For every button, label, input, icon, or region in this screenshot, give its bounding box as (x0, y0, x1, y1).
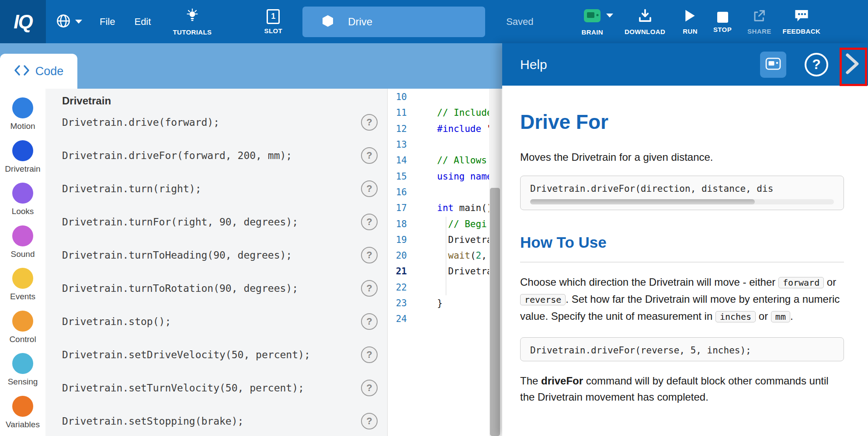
command-row[interactable]: Drivetrain.turn(right);? (45, 172, 387, 205)
command-text[interactable]: Drivetrain.setDriveVelocity(50, percent)… (62, 349, 310, 360)
code-line[interactable]: 16 (388, 184, 502, 200)
command-text[interactable]: Drivetrain.turnFor(right, 90, degrees); (62, 216, 298, 228)
command-help-button[interactable]: ? (361, 313, 378, 330)
sidebar-item-control[interactable]: Control (0, 311, 45, 353)
command-row[interactable]: Drivetrain.setTurnVelocity(50, percent);… (45, 371, 387, 405)
code-line[interactable]: 13 (388, 137, 502, 152)
command-row[interactable]: Drivetrain.stop();? (45, 305, 387, 338)
divider (520, 262, 844, 263)
download-button[interactable]: DOWNLOAD (625, 8, 665, 35)
command-text[interactable]: Drivetrain.turn(right); (62, 183, 201, 194)
command-text[interactable]: Drivetrain.setTurnVelocity(50, percent); (62, 382, 304, 394)
collapse-help-button[interactable] (842, 52, 863, 78)
command-text[interactable]: Drivetrain.stop(); (62, 316, 171, 327)
slot-number: 1 (271, 12, 275, 21)
project-name-button[interactable]: Drive (302, 7, 485, 37)
sensing-category-icon[interactable] (12, 353, 33, 374)
tab-code[interactable]: Code (0, 54, 77, 89)
code-line[interactable]: 23} (388, 295, 502, 311)
stop-button[interactable]: STOP (713, 10, 732, 33)
sidebar-item-events[interactable]: Events (0, 268, 45, 311)
code-token: using name (437, 171, 492, 182)
variables-category-icon[interactable] (12, 396, 33, 417)
text-segment: The (520, 375, 541, 387)
run-button[interactable]: RUN (683, 9, 698, 35)
play-icon (684, 9, 696, 24)
looks-category-icon[interactable] (12, 183, 33, 204)
iq-logo: IQ (0, 0, 46, 43)
language-globe-button[interactable] (56, 13, 82, 31)
command-help-button[interactable]: ? (361, 346, 378, 363)
sidebar-item-motion[interactable]: Motion (0, 97, 45, 140)
command-row[interactable]: Drivetrain.setStopping(brake);? (45, 405, 387, 436)
question-mark-icon: ? (812, 56, 821, 73)
drivetrain-category-icon[interactable] (12, 140, 33, 161)
command-help-button[interactable]: ? (361, 180, 378, 197)
how-to-use-heading: How To Use (520, 234, 844, 251)
code-token: } (437, 298, 443, 308)
command-row[interactable]: Drivetrain.setDriveVelocity(50, percent)… (45, 338, 387, 371)
edit-menu-button[interactable]: Edit (134, 16, 151, 28)
code-line[interactable]: 20 wait(2, (388, 248, 502, 263)
scrollbar-thumb[interactable] (530, 199, 755, 204)
code-text: int main() (414, 203, 492, 213)
tutorials-button[interactable]: TUTORIALS (173, 8, 212, 36)
sidebar-item-looks[interactable]: Looks (0, 183, 45, 225)
share-button[interactable]: SHARE (747, 9, 771, 35)
sidebar-item-drivetrain[interactable]: Drivetrain (0, 140, 45, 183)
code-token: #include (437, 124, 487, 134)
code-line[interactable]: 22 (388, 280, 502, 295)
scrollbar-thumb[interactable] (490, 188, 500, 436)
command-help-button[interactable]: ? (361, 147, 378, 164)
command-text[interactable]: Drivetrain.driveFor(forward, 200, mm); (62, 150, 292, 161)
code-line[interactable]: 17int main() (388, 200, 502, 216)
help-question-button[interactable]: ? (805, 53, 828, 76)
command-row[interactable]: Drivetrain.drive(forward);? (45, 106, 387, 139)
sidebar-item-sound[interactable]: Sound (0, 225, 45, 268)
code-line[interactable]: 12#include " (388, 121, 502, 137)
events-category-icon[interactable] (12, 268, 33, 289)
command-help-button[interactable]: ? (361, 413, 378, 429)
file-menu-button[interactable]: File (100, 16, 115, 28)
motion-category-icon[interactable] (12, 97, 33, 118)
help-description: Moves the Drivetrain for a given distanc… (520, 151, 844, 163)
control-category-icon[interactable] (12, 311, 33, 332)
sound-category-icon[interactable] (12, 225, 33, 246)
command-help-button[interactable]: ? (361, 247, 378, 263)
brain-button[interactable]: BRAIN (582, 8, 614, 36)
slot-button[interactable]: 1 SLOT (264, 9, 283, 35)
editor-lines: 1011// Include12#include "1314// Allows1… (388, 89, 502, 327)
editor-vertical-scrollbar[interactable] (489, 89, 501, 436)
code-line[interactable]: 14// Allows (388, 152, 502, 168)
command-row[interactable]: Drivetrain.driveFor(forward, 200, mm);? (45, 139, 387, 172)
code-line[interactable]: 21 Drivetra (388, 263, 502, 279)
feedback-button[interactable]: FEEDBACK (783, 9, 821, 35)
command-text[interactable]: Drivetrain.turnToHeading(90, degrees); (62, 249, 292, 261)
brain-view-button[interactable] (760, 52, 786, 78)
command-text[interactable]: Drivetrain.drive(forward); (62, 117, 219, 128)
code-editor[interactable]: 1011// Include12#include "1314// Allows1… (387, 89, 502, 436)
command-help-button[interactable]: ? (361, 114, 378, 131)
command-row[interactable]: Drivetrain.turnToHeading(90, degrees);? (45, 239, 387, 272)
help-header: Help ? (502, 43, 868, 86)
category-label: Sensing (8, 377, 38, 387)
signature-code-box: Drivetrain.driveFor(direction, distance,… (520, 176, 844, 210)
command-help-button[interactable]: ? (361, 214, 378, 230)
line-number: 16 (388, 187, 414, 197)
command-help-button[interactable]: ? (361, 280, 378, 297)
code-line[interactable]: 15using name (388, 168, 502, 184)
horizontal-scrollbar[interactable] (530, 199, 834, 204)
command-text[interactable]: Drivetrain.turnToRotation(90, degrees); (62, 283, 298, 294)
command-row[interactable]: Drivetrain.turnToRotation(90, degrees);? (45, 272, 387, 305)
code-line[interactable]: 10 (388, 89, 502, 105)
command-help-button[interactable]: ? (361, 380, 378, 396)
sidebar-item-sensing[interactable]: Sensing (0, 353, 45, 396)
code-line[interactable]: 19 Drivetra (388, 232, 502, 248)
code-line[interactable]: 18 // Begi (388, 216, 502, 232)
sidebar-item-variables[interactable]: Variables (0, 396, 45, 436)
code-line[interactable]: 24 (388, 311, 502, 327)
command-text[interactable]: Drivetrain.setStopping(brake); (62, 415, 243, 427)
command-row[interactable]: Drivetrain.turnFor(right, 90, degrees);? (45, 205, 387, 239)
code-line[interactable]: 11// Include (388, 105, 502, 121)
category-label: Events (10, 292, 35, 301)
